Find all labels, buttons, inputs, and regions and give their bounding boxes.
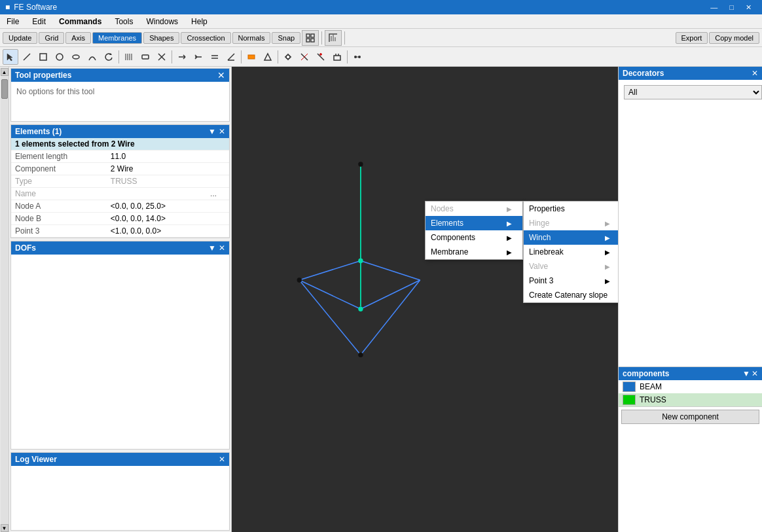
label-name: Name	[11, 188, 107, 200]
ctx-nodes-label: Nodes	[431, 204, 454, 213]
tool-seg[interactable]	[137, 49, 153, 65]
tool-properties-header: Tool properties ✕	[11, 69, 229, 82]
tool-add[interactable]	[313, 49, 329, 65]
tool-circle[interactable]	[52, 49, 67, 65]
name-edit-btn[interactable]: ...	[206, 188, 229, 200]
titlebar-controls[interactable]: — □ ✕	[705, 2, 757, 13]
dofs-panel-header: DOFs ▼ ✕	[11, 241, 229, 255]
components-collapse-icon[interactable]: ▼	[742, 369, 750, 378]
close-button[interactable]: ✕	[740, 2, 757, 13]
ctx-components-label: Components	[431, 233, 475, 242]
new-component-wrapper: New component	[619, 406, 762, 427]
left-scrollbar[interactable]: ▲ ▼	[0, 67, 9, 532]
scroll-thumb[interactable]	[1, 79, 8, 99]
scroll-up[interactable]: ▲	[1, 68, 9, 76]
ctx-el-properties[interactable]: Properties	[524, 202, 618, 216]
canvas-area[interactable]: Nodes ▶ Elements ▶ Components ▶ Membrane…	[232, 67, 618, 532]
menu-windows[interactable]: Windows	[139, 14, 185, 28]
tool-angle[interactable]	[223, 49, 239, 65]
btn-snap[interactable]: Snap	[272, 32, 300, 44]
tool-rect[interactable]	[35, 49, 51, 65]
ctx-membrane[interactable]: Membrane ▶	[426, 245, 522, 259]
btn-export[interactable]: Export	[676, 32, 708, 44]
ctx-nodes[interactable]: Nodes ▶	[426, 202, 522, 216]
ctx-el-catenary[interactable]: Create Catenary slope	[524, 288, 618, 302]
btn-crossection[interactable]: Crossection	[181, 32, 230, 44]
menu-help[interactable]: Help	[185, 14, 214, 28]
ctx-elements-label: Elements	[431, 219, 463, 228]
menu-commands[interactable]: Commands	[52, 14, 108, 28]
components-title: components	[623, 369, 669, 378]
menu-tools[interactable]: Tools	[108, 14, 139, 28]
snap-icon-btn[interactable]	[302, 30, 319, 46]
log-close-icon[interactable]: ✕	[219, 455, 225, 464]
btn-shapes[interactable]: Shapes	[143, 32, 179, 44]
svg-rect-3	[311, 39, 314, 42]
tool-plus-node[interactable]	[280, 49, 296, 65]
ctx-el-point3-arrow: ▶	[605, 277, 610, 285]
ctx-components[interactable]: Components ▶	[426, 230, 522, 245]
new-component-button[interactable]: New component	[621, 410, 759, 424]
label-type: Type	[11, 175, 107, 188]
context-menu[interactable]: Nodes ▶ Elements ▶ Components ▶ Membrane…	[425, 201, 523, 260]
ctx-el-valve[interactable]: Valve ▶	[524, 259, 618, 274]
svg-point-50	[358, 162, 363, 166]
decorators-select[interactable]: All	[624, 85, 762, 99]
tool-select[interactable]	[3, 49, 18, 65]
elements-collapse-icon[interactable]: ▼	[208, 127, 216, 136]
component-truss[interactable]: TRUSS	[619, 393, 762, 406]
scroll-down[interactable]: ▼	[1, 524, 9, 532]
scroll-track[interactable]	[1, 76, 9, 524]
tool-triangle[interactable]	[260, 49, 276, 65]
ctx-el-properties-label: Properties	[529, 204, 565, 213]
tool-parallel[interactable]	[207, 49, 223, 65]
tool-curve[interactable]	[84, 49, 100, 65]
ctx-el-linebreak[interactable]: Linebreak ▶	[524, 245, 618, 259]
elements-close-icon[interactable]: ✕	[219, 127, 225, 136]
ctx-elements[interactable]: Elements ▶	[426, 216, 522, 230]
tool-ellipse[interactable]	[68, 49, 84, 65]
truss-label: TRUSS	[640, 395, 666, 404]
tool-orange[interactable]	[244, 49, 259, 65]
tool-delete-node[interactable]	[329, 49, 345, 65]
btn-normals[interactable]: Normals	[232, 32, 271, 44]
btn-grid[interactable]: Grid	[39, 32, 64, 44]
table-row: Component 2 Wire	[11, 163, 229, 175]
tool-hatch[interactable]	[121, 49, 137, 65]
tool-properties-close[interactable]: ✕	[217, 71, 225, 80]
titlebar: ■ FE Software — □ ✕	[0, 0, 762, 14]
ctx-el-winch[interactable]: Winch ▶	[524, 230, 618, 245]
btn-membranes[interactable]: Membranes	[92, 32, 142, 44]
dofs-collapse-icon[interactable]: ▼	[208, 243, 216, 253]
elements-panel: Elements (1) ▼ ✕ 1 elements selected fro…	[10, 124, 230, 238]
component-beam[interactable]: BEAM	[619, 380, 762, 393]
table-row: Element length 11.0	[11, 151, 229, 163]
value-type: TRUSS	[107, 175, 206, 188]
menu-file[interactable]: File	[0, 14, 26, 28]
sub-menu-elements[interactable]: Properties Hinge ▶ Winch ▶ Linebreak ▶ V…	[523, 201, 618, 303]
maximize-button[interactable]: □	[724, 2, 739, 13]
tool-special[interactable]	[350, 49, 365, 65]
ctx-el-winch-arrow: ▶	[605, 234, 610, 241]
tool-diag2[interactable]	[190, 49, 206, 65]
decorators-close-icon[interactable]: ✕	[752, 69, 758, 78]
ctx-el-hinge[interactable]: Hinge ▶	[524, 216, 618, 230]
btn-copy-model[interactable]: Copy model	[709, 32, 759, 44]
ctx-el-point3[interactable]: Point 3 ▶	[524, 274, 618, 288]
dofs-close-icon[interactable]: ✕	[219, 243, 225, 253]
tool-line[interactable]	[19, 49, 35, 65]
components-close-icon[interactable]: ✕	[752, 369, 758, 378]
svg-line-28	[228, 54, 234, 60]
minimize-button[interactable]: —	[705, 2, 723, 13]
btn-update[interactable]: Update	[3, 32, 37, 44]
ctx-el-winch-label: Winch	[529, 233, 551, 242]
tool-rotate[interactable]	[101, 49, 117, 65]
btn-axis[interactable]: Axis	[65, 32, 91, 44]
tool-diag1[interactable]	[174, 49, 190, 65]
svg-rect-17	[142, 55, 149, 59]
tool-cross[interactable]	[154, 49, 170, 65]
svg-point-11	[73, 55, 79, 59]
coord-icon-btn[interactable]	[325, 30, 342, 46]
menu-edit[interactable]: Edit	[26, 14, 52, 28]
tool-measure[interactable]	[297, 49, 312, 65]
